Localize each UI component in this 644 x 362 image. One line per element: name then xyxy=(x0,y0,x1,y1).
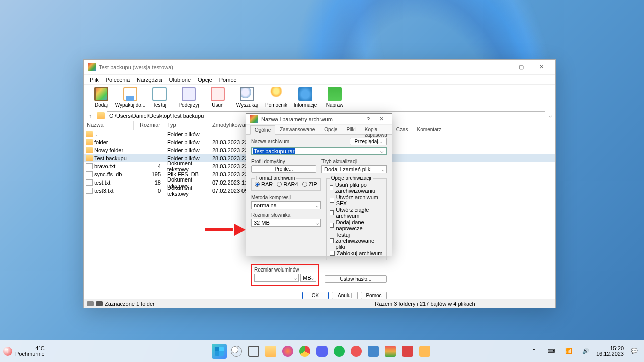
discord-app[interactable] xyxy=(314,344,330,359)
language-indicator[interactable]: ⌨ xyxy=(545,345,558,358)
app-icon[interactable] xyxy=(383,344,398,359)
minimize-button[interactable]: — xyxy=(491,60,511,74)
tab-ogólne[interactable]: Ogólne xyxy=(250,125,275,135)
winrar-icon xyxy=(88,63,96,71)
status-icon xyxy=(87,301,94,306)
compression-method-select[interactable]: normalna xyxy=(251,201,321,209)
opt-test-checkbox[interactable]: Testuj zarchiwizowane pliki xyxy=(330,232,383,250)
tool-informacje[interactable]: Informacje xyxy=(291,86,320,109)
menubar: PlikPoleceniaNarzędziaUlubioneOpcjePomoc xyxy=(84,75,555,85)
set-password-button[interactable]: Ustaw hasło... xyxy=(325,275,387,283)
format-zip-radio[interactable]: ZIP xyxy=(302,181,317,187)
tool-pomocnik[interactable]: Pomocnik xyxy=(262,86,291,109)
tool-napraw[interactable]: Napraw xyxy=(320,86,349,109)
col-type[interactable]: Typ xyxy=(164,121,209,130)
help-button[interactable]: Pomoc xyxy=(361,292,387,299)
archive-name-label: Nazwa archiwum xyxy=(251,139,289,144)
volume-size-highlight: Rozmiar woluminów MB xyxy=(251,264,319,286)
close-button[interactable]: ✕ xyxy=(531,60,551,74)
weather-widget[interactable]: 1 4°C Pochmurnie xyxy=(3,346,45,357)
titlebar[interactable]: Test backupu (wersja testowa) — ▢ ✕ xyxy=(84,60,555,75)
opt-delete-checkbox[interactable]: Usuń pliki po zarchiwizowaniu xyxy=(330,182,383,194)
browse-button[interactable]: Przeglądaj... xyxy=(350,138,387,145)
start-button[interactable] xyxy=(212,344,227,359)
tab-czas[interactable]: Czas xyxy=(392,125,413,134)
volume-unit-select[interactable]: MB xyxy=(300,274,316,282)
opt-recovery-checkbox[interactable]: Dodaj dane naprawcze xyxy=(330,219,383,231)
format-rar4-radio[interactable]: RAR4 xyxy=(277,181,298,187)
profile-label: Profil domyślny xyxy=(251,159,316,164)
opt-sfx-checkbox[interactable]: Utwórz archiwum SFX xyxy=(330,194,383,206)
status-icon xyxy=(96,301,103,306)
tab-kopia zapasowa[interactable]: Kopia zapasowa xyxy=(360,125,392,134)
annotation-arrow xyxy=(205,225,246,234)
col-size[interactable]: Rozmiar xyxy=(134,121,164,130)
help-button[interactable]: ? xyxy=(362,112,375,126)
task-view-button[interactable] xyxy=(246,344,261,359)
dialog-title: Nazwa i parametry archiwum xyxy=(261,116,362,122)
menu-ulubione[interactable]: Ulubione xyxy=(166,76,194,84)
notifications-icon[interactable]: 💬 xyxy=(628,345,641,358)
format-rar-radio[interactable]: RAR xyxy=(255,181,273,187)
status-left: Zaznaczone 1 folder xyxy=(105,301,155,307)
tool-podejrzyj[interactable]: Podejrzyj xyxy=(174,86,203,109)
opt-lock-checkbox[interactable]: Zablokuj archiwum xyxy=(330,250,383,256)
update-mode-label: Tryb aktualizacji xyxy=(321,159,387,164)
menu-pomoc[interactable]: Pomoc xyxy=(216,76,239,84)
col-name[interactable]: Nazwa xyxy=(84,121,134,130)
menu-narzędzia[interactable]: Narzędzia xyxy=(134,76,165,84)
spotify-app[interactable] xyxy=(332,344,347,359)
taskbar: 1 4°C Pochmurnie ⌃ ⌨ 📶 🔊 15:20 16.12.202… xyxy=(0,340,644,362)
tool-wypakujdo[interactable]: Wypakuj do... xyxy=(116,86,145,109)
archive-dialog: Nazwa i parametry archiwum ? ✕ OgólneZaa… xyxy=(246,113,392,256)
tool-wyszukaj[interactable]: Wyszukaj xyxy=(232,86,262,109)
menu-plik[interactable]: Plik xyxy=(87,76,102,84)
path-dropdown[interactable]: ⌵ xyxy=(547,112,553,119)
tool-usu[interactable]: Usuń xyxy=(203,86,232,109)
profiles-button[interactable]: Profile... xyxy=(251,165,316,173)
folder-icon xyxy=(97,112,105,119)
cancel-button[interactable]: Anuluj xyxy=(332,292,358,299)
firefox-app[interactable] xyxy=(280,344,295,359)
tab-zaawansowane[interactable]: Zaawansowane xyxy=(275,125,319,134)
tab-pliki[interactable]: Pliki xyxy=(342,125,360,134)
wifi-icon[interactable]: 📶 xyxy=(562,345,575,358)
dialog-tabs: OgólneZaawansowaneOpcjePlikiKopia zapaso… xyxy=(246,125,392,135)
app-icon[interactable] xyxy=(417,344,432,359)
opt-solid-checkbox[interactable]: Utwórz ciągłe archiwum xyxy=(330,207,383,219)
app-icon[interactable] xyxy=(400,344,415,359)
tool-dodaj[interactable]: Dodaj xyxy=(87,86,116,109)
dictionary-size-select[interactable]: 32 MB xyxy=(251,219,321,227)
tool-testuj[interactable]: Testuj xyxy=(145,86,174,109)
volume-size-label: Rozmiar woluminów xyxy=(254,267,316,273)
volume-size-input[interactable] xyxy=(254,274,299,282)
winrar-icon xyxy=(250,115,258,123)
maximize-button[interactable]: ▢ xyxy=(511,60,531,74)
search-button[interactable] xyxy=(229,344,244,359)
update-mode-select[interactable]: Dodaj i zamień pliki xyxy=(321,165,387,173)
method-label: Metoda kompresji xyxy=(251,195,321,200)
weather-badge-icon: 1 xyxy=(3,347,12,356)
explorer-app[interactable] xyxy=(263,344,278,359)
tab-opcje[interactable]: Opcje xyxy=(319,125,342,134)
ok-button[interactable]: OK xyxy=(302,292,329,299)
up-button[interactable]: ↑ xyxy=(86,113,95,119)
archive-format-group: Format archiwum RAR RAR4 ZIP xyxy=(251,178,321,191)
tab-komentarz[interactable]: Komentarz xyxy=(413,125,446,134)
tray-chevron-icon[interactable]: ⌃ xyxy=(528,345,541,358)
clock[interactable]: 15:20 16.12.2023 xyxy=(596,346,624,357)
menu-opcje[interactable]: Opcje xyxy=(195,76,215,84)
toolbar: DodajWypakuj do...TestujPodejrzyjUsuńWys… xyxy=(84,85,555,110)
menu-polecenia[interactable]: Polecenia xyxy=(103,76,133,84)
app-icon[interactable] xyxy=(366,344,381,359)
volume-icon[interactable]: 🔊 xyxy=(579,345,592,358)
archive-name-input[interactable]: Test backupu.rar ⌵ xyxy=(251,147,387,155)
chrome-app[interactable] xyxy=(297,344,312,359)
archive-options-group: Opcje archiwizacji Usuń pliki po zarchiw… xyxy=(326,178,387,260)
close-button[interactable]: ✕ xyxy=(375,112,388,126)
window-title: Test backupu (wersja testowa) xyxy=(99,64,491,70)
dict-label: Rozmiar słownika xyxy=(251,212,321,218)
app-icon[interactable] xyxy=(349,344,364,359)
